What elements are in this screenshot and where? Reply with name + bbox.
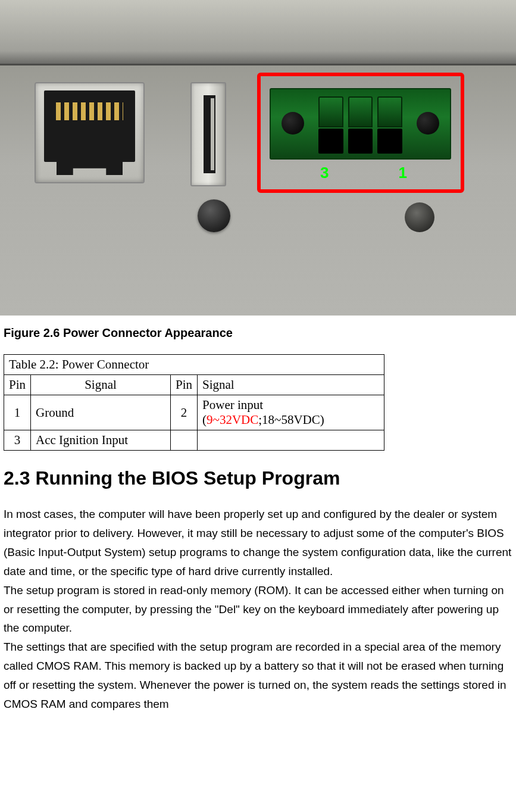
power-input-open: ( [202,413,207,427]
cell-pin-3: 3 [4,430,31,451]
table-row: 1 Ground 2 Power input (9~32VDC;18~58VDC… [4,395,384,430]
cell-signal-2: Power input (9~32VDC;18~58VDC) [198,395,384,430]
section-heading: 2.3 Running the BIOS Setup Program [4,467,516,489]
chassis-top [0,0,516,65]
cell-pin-4 [171,430,198,451]
pin-label-3: 3 [320,164,329,182]
table-header-pin-b: Pin [171,375,198,395]
highlight-box: 3 1 [257,73,464,193]
figure-caption: Figure 2.6 Power Connector Appearance [4,326,516,340]
table-header-signal-b: Signal [198,375,384,395]
table-row: 3 Acc Ignition Input [4,430,384,451]
table-header-row: Pin Signal Pin Signal [4,375,384,395]
ethernet-port-icon [35,82,145,183]
power-input-voltage-rest: ;18~58VDC) [258,413,324,427]
cell-signal-3: Acc Ignition Input [31,430,171,451]
table-title-row: Table 2.2: Power Connector [4,355,384,375]
screw-hole-icon [405,202,434,232]
cell-pin-2: 2 [171,395,198,430]
round-button-icon [198,199,230,232]
body-paragraph: In most cases, the computer will have be… [4,505,512,714]
table-header-signal-a: Signal [31,375,171,395]
table-title: Table 2.2: Power Connector [4,355,384,375]
usb-port-icon [190,82,226,186]
pin-label-1: 1 [399,164,407,182]
figure-image: 3 1 [0,0,516,316]
power-connector-table: Table 2.2: Power Connector Pin Signal Pi… [4,354,384,451]
cell-pin-1: 1 [4,395,31,430]
power-input-line1: Power input [202,398,263,412]
power-input-voltage-red: 9~32VDC [207,413,258,427]
table-header-pin-a: Pin [4,375,31,395]
cell-signal-1: Ground [31,395,171,430]
cell-signal-4 [198,430,384,451]
